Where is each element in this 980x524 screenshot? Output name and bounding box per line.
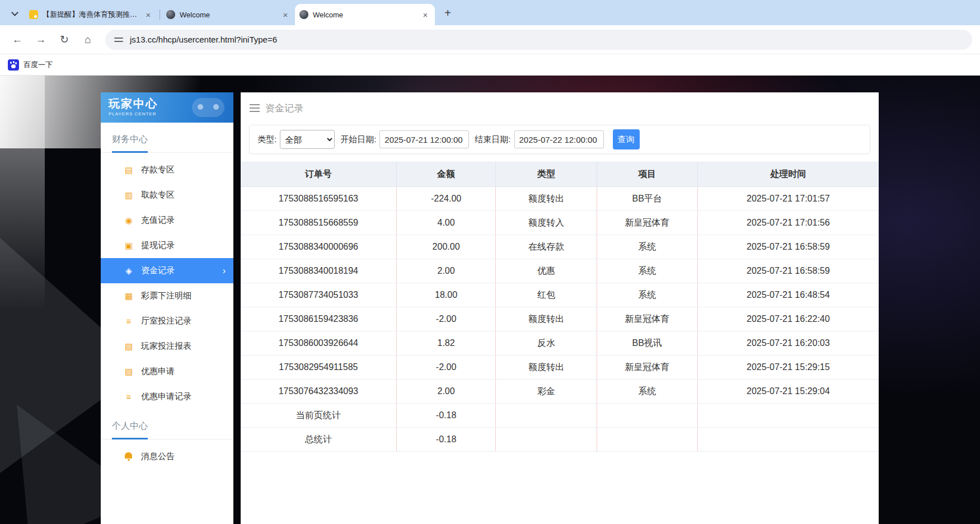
promo-apply-icon: ▨ xyxy=(123,367,134,377)
site-settings-icon[interactable] xyxy=(114,36,123,44)
sidebar-item-label: 厅室投注记录 xyxy=(141,316,191,326)
cell: 2025-07-21 15:29:04 xyxy=(697,380,879,404)
cell: 红包 xyxy=(496,283,597,307)
table-row: 17530883400181942.00优惠系统2025-07-21 16:58… xyxy=(241,259,879,283)
type-label: 类型: xyxy=(257,134,276,145)
cell: -0.18 xyxy=(396,428,496,452)
header-row: 订单号金额类型项目处理时间 xyxy=(241,162,879,187)
sidebar-header: 玩家中心 PLAYERS CENTER xyxy=(101,92,233,123)
chevron-right-icon: › xyxy=(223,266,226,276)
refresh-icon: ↻ xyxy=(60,33,69,46)
cell: 新皇冠体育 xyxy=(597,307,697,331)
address-bar[interactable]: js13.cc/hhcp/usercenter.html?iniType=6 xyxy=(105,30,972,50)
sidebar-item-lottery-detail[interactable]: ▦彩票下注明细 xyxy=(101,283,233,308)
sidebar-item-withdraw-record[interactable]: ▣提现记录 xyxy=(101,233,233,258)
cell: 1.82 xyxy=(396,331,496,355)
cell: 优惠 xyxy=(496,259,597,283)
withdraw-zone-icon: ▥ xyxy=(123,190,134,200)
cell: 1753088516595163 xyxy=(241,187,396,211)
cell xyxy=(697,428,879,452)
start-date-label: 开始日期: xyxy=(340,134,376,145)
page-title: 资金记录 xyxy=(265,102,303,115)
browser-tab[interactable]: Welcome× xyxy=(162,4,295,25)
cell: 1753088515668559 xyxy=(241,211,396,235)
cell: 系统 xyxy=(597,235,697,259)
globe-favicon-icon xyxy=(166,10,175,19)
cell: 系统 xyxy=(597,380,697,404)
table-row: 17530764323340932.00彩金系统2025-07-21 15:29… xyxy=(241,380,879,404)
column-header: 项目 xyxy=(597,162,697,187)
column-header: 类型 xyxy=(496,162,597,187)
sidebar-item-label: 玩家投注报表 xyxy=(141,341,191,352)
summary-row: 当前页统计-0.18 xyxy=(241,404,879,428)
close-icon[interactable]: × xyxy=(143,10,153,20)
cell xyxy=(597,404,697,428)
sidebar-item-recharge[interactable]: ◉充值记录 xyxy=(101,208,233,233)
sidebar-item-deposit[interactable]: ▤存款专区 xyxy=(101,157,233,183)
hall-bets-icon: ≡ xyxy=(123,316,134,326)
home-button[interactable]: ⌂ xyxy=(78,30,97,49)
cell: -2.00 xyxy=(396,355,496,380)
close-icon[interactable]: × xyxy=(420,10,430,20)
forward-button[interactable]: → xyxy=(31,30,50,49)
type-select[interactable]: 全部 xyxy=(280,130,335,149)
cell: 新皇冠体育 xyxy=(597,211,697,235)
sidebar-item-label: 取款专区 xyxy=(141,190,175,200)
summary-row: 总统计-0.18 xyxy=(241,428,879,452)
close-icon[interactable]: × xyxy=(280,10,290,20)
start-date-input[interactable] xyxy=(379,130,469,148)
filter-bar: 类型: 全部 开始日期: 结束日期: 查询 xyxy=(249,125,870,154)
tab-title: Welcome xyxy=(180,11,276,19)
table-row: 17530885156685594.00额度转入新皇冠体育2025-07-21 … xyxy=(241,211,879,235)
sidebar-item-label: 消息公告 xyxy=(141,451,175,462)
home-icon: ⌂ xyxy=(85,34,91,46)
sidebar-item-promo-record[interactable]: ≡优惠申请记录 xyxy=(101,384,233,409)
cell: 额度转入 xyxy=(496,211,597,235)
back-icon: ← xyxy=(12,34,23,46)
tab-search-button[interactable] xyxy=(4,4,25,23)
cell: 1753086159423836 xyxy=(241,307,396,331)
sidebar-item-label: 优惠申请 xyxy=(141,366,175,377)
player-center-sidebar: 玩家中心 PLAYERS CENTER 财务中心▤存款专区▥取款专区◉充值记录▣… xyxy=(101,92,233,524)
sidebar-item-hall-bets[interactable]: ≡厅室投注记录 xyxy=(101,308,233,334)
sidebar-item-funds[interactable]: ◈资金记录› xyxy=(101,258,233,283)
cell: 1753087734051033 xyxy=(241,283,396,307)
yellow-chat-favicon-icon xyxy=(29,10,38,19)
cell: 2.00 xyxy=(396,380,496,404)
sidebar-sections: 财务中心▤存款专区▥取款专区◉充值记录▣提现记录◈资金记录›▦彩票下注明细≡厅室… xyxy=(101,123,233,469)
end-date-input[interactable] xyxy=(514,130,604,148)
sidebar-item-label: 充值记录 xyxy=(141,215,175,226)
sidebar-item-label: 优惠申请记录 xyxy=(141,391,191,402)
column-header: 金额 xyxy=(396,162,496,187)
tab-strip: 【新提醒】海燕体育预测推荐区×Welcome×Welcome× + xyxy=(0,0,980,25)
chevron-down-icon xyxy=(11,9,18,16)
back-button[interactable]: ← xyxy=(8,30,27,49)
bookmark-baidu[interactable]: 百度一下 xyxy=(8,59,53,71)
cell: 2025-07-21 16:48:54 xyxy=(697,283,879,307)
cell: 200.00 xyxy=(396,235,496,259)
tab-divider xyxy=(160,10,160,20)
cell: 2.00 xyxy=(396,259,496,283)
search-button[interactable]: 查询 xyxy=(613,129,640,149)
sidebar-section-label: 个人中心 xyxy=(101,409,233,439)
menu-icon[interactable] xyxy=(250,104,260,112)
cell xyxy=(496,428,597,452)
cell: 彩金 xyxy=(496,380,597,404)
cell: 额度转出 xyxy=(496,187,597,211)
browser-tab[interactable]: 【新提醒】海燕体育预测推荐区× xyxy=(25,4,158,25)
cell: 1753082954911585 xyxy=(241,355,396,380)
sidebar-item-player-report[interactable]: ▧玩家投注报表 xyxy=(101,334,233,359)
sidebar-item-bell[interactable]: 消息公告 xyxy=(101,444,233,469)
refresh-button[interactable]: ↻ xyxy=(55,30,74,49)
browser-tab[interactable]: Welcome× xyxy=(295,4,435,25)
new-tab-button[interactable]: + xyxy=(439,4,456,21)
cell: 系统 xyxy=(597,283,697,307)
sidebar-item-promo-apply[interactable]: ▨优惠申请 xyxy=(101,359,233,384)
sidebar-item-withdraw-zone[interactable]: ▥取款专区 xyxy=(101,183,233,208)
end-date-label: 结束日期: xyxy=(475,134,510,145)
tab-title: 【新提醒】海燕体育预测推荐区 xyxy=(43,10,139,20)
baidu-icon xyxy=(8,59,19,71)
cell: 额度转出 xyxy=(496,355,597,380)
funds-table: 订单号金额类型项目处理时间 1753088516595163-224.00额度转… xyxy=(241,162,879,452)
cell: 1753076432334093 xyxy=(241,380,396,404)
